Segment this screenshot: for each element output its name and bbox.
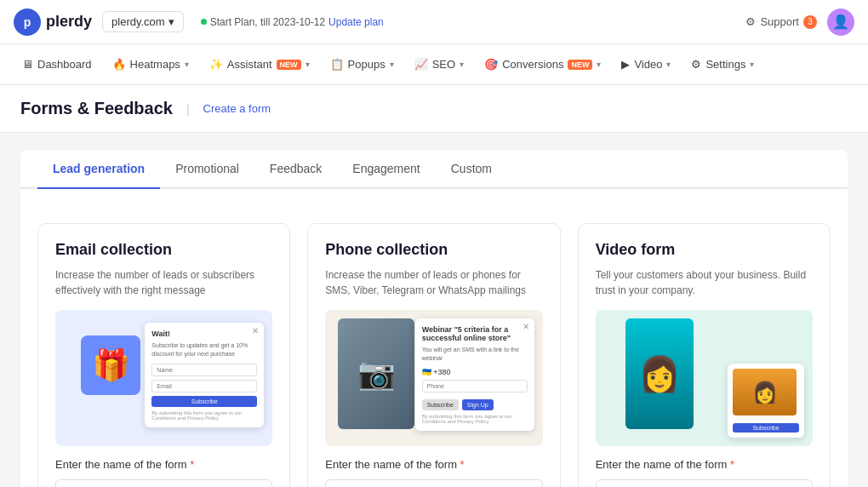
tab-promotional[interactable]: Promotional bbox=[160, 150, 254, 189]
tab-engagement-label: Engagement bbox=[352, 162, 420, 175]
conversions-icon: 🎯 bbox=[484, 58, 498, 71]
heatmaps-icon: 🔥 bbox=[112, 58, 126, 71]
support-count: 3 bbox=[803, 15, 817, 29]
page-header: Forms & Feedback | Create a form bbox=[0, 85, 868, 133]
flag-select: 🇺🇦 +380 bbox=[422, 368, 528, 376]
popup-desc: Subscribe to updates and get a 10% disco… bbox=[151, 341, 257, 358]
card-phone-desc: Increase the number of leads or phones f… bbox=[325, 267, 542, 298]
avatar[interactable]: 👤 bbox=[827, 9, 854, 36]
nav-item-dashboard[interactable]: 🖥 Dashboard bbox=[14, 53, 100, 76]
logo-icon: p bbox=[14, 9, 41, 36]
conversions-new-badge: NEW bbox=[568, 60, 592, 70]
chevron-down-icon: ▾ bbox=[597, 60, 601, 69]
assistant-icon: ✨ bbox=[209, 58, 223, 71]
popup-name-input[interactable] bbox=[151, 364, 257, 376]
logo[interactable]: p plerdy bbox=[14, 9, 92, 36]
video-form-input[interactable] bbox=[596, 479, 813, 487]
tab-feedback[interactable]: Feedback bbox=[254, 150, 337, 189]
plan-badge: Start Plan, till 2023-10-12 Update plan bbox=[201, 16, 384, 28]
phone-preview-inner: 📷 ✕ Webinar "5 criteria for a successful… bbox=[325, 310, 542, 446]
video-icon: ▶ bbox=[621, 58, 630, 71]
card-video: Video form Tell your customers about you… bbox=[578, 223, 831, 487]
required-marker: * bbox=[460, 458, 465, 471]
phone-popup-desc: You will get an SMS with a link to the w… bbox=[422, 346, 528, 363]
tab-lead-label: Lead generation bbox=[53, 162, 145, 175]
card-email: Email collection Increase the number of … bbox=[37, 223, 290, 487]
domain-selector[interactable]: plerdy.com ▾ bbox=[102, 11, 184, 32]
card-email-preview: 🎁 ✕ Wait! Subscribe to updates and get a… bbox=[55, 310, 272, 446]
card-phone-title: Phone collection bbox=[325, 241, 542, 259]
navbar: 🖥 Dashboard 🔥 Heatmaps ▾ ✨ Assistant NEW… bbox=[0, 44, 868, 85]
email-form-input[interactable] bbox=[55, 479, 272, 487]
nav-item-video[interactable]: ▶ Video ▾ bbox=[613, 53, 679, 76]
nav-item-heatmaps[interactable]: 🔥 Heatmaps ▾ bbox=[104, 53, 197, 76]
nav-item-assistant[interactable]: ✨ Assistant NEW ▾ bbox=[201, 53, 318, 76]
nav-label-dashboard: Dashboard bbox=[37, 58, 92, 71]
card-phone-preview: 📷 ✕ Webinar "5 criteria for a successful… bbox=[325, 310, 542, 446]
chevron-down-icon: ▾ bbox=[390, 60, 394, 69]
phone-popup-fine: By submitting this form you agree to our… bbox=[422, 414, 528, 424]
mini-person-image: 👩 bbox=[733, 369, 797, 415]
separator: | bbox=[186, 102, 190, 116]
support-button[interactable]: ⚙ Support 3 bbox=[745, 15, 817, 29]
support-icon: ⚙ bbox=[745, 15, 756, 28]
phone-popup-input[interactable] bbox=[422, 380, 528, 392]
tab-engagement[interactable]: Engagement bbox=[337, 150, 435, 189]
required-marker: * bbox=[190, 458, 194, 471]
card-video-title: Video form bbox=[596, 241, 813, 259]
nav-item-seo[interactable]: 📈 SEO ▾ bbox=[406, 53, 472, 76]
popup-email-input[interactable] bbox=[151, 380, 257, 392]
assistant-new-badge: NEW bbox=[277, 60, 301, 70]
logo-text: plerdy bbox=[46, 13, 92, 31]
chevron-down-icon: ▾ bbox=[460, 60, 464, 69]
nav-item-popups[interactable]: 📋 Popups ▾ bbox=[322, 53, 403, 76]
video-mini-button[interactable]: Subscribe bbox=[733, 423, 799, 433]
nav-label-settings: Settings bbox=[705, 58, 745, 71]
tab-custom-label: Custom bbox=[451, 162, 492, 175]
card-video-preview: 👩 👩 Subscribe bbox=[596, 310, 813, 446]
nav-label-assistant: Assistant bbox=[227, 58, 272, 71]
phone-popup-buttons: Subscribe Sign Up bbox=[422, 399, 528, 410]
tab-lead-generation[interactable]: Lead generation bbox=[37, 150, 160, 189]
phone-popup-title: Webinar "5 criteria for a successful onl… bbox=[422, 325, 528, 342]
main-content: Lead generation Promotional Feedback Eng… bbox=[0, 133, 868, 487]
phone-popup-secondary-button[interactable]: Subscribe bbox=[422, 399, 459, 410]
nav-item-conversions[interactable]: 🎯 Conversions NEW ▾ bbox=[476, 53, 609, 76]
close-icon: ✕ bbox=[252, 326, 259, 335]
popup-subscribe-button[interactable]: Subscribe bbox=[151, 396, 257, 407]
popup-title: Wait! bbox=[151, 329, 257, 338]
plan-status-dot bbox=[201, 19, 207, 25]
card-video-desc: Tell your customers about your business.… bbox=[596, 267, 813, 298]
video-form-label: Enter the name of the form * bbox=[596, 458, 813, 471]
chevron-down-icon: ▾ bbox=[750, 60, 754, 69]
tab-promo-label: Promotional bbox=[175, 162, 239, 175]
tab-custom[interactable]: Custom bbox=[436, 150, 507, 189]
plan-text: Start Plan, till 2023-10-12 bbox=[210, 16, 325, 28]
content-panel: Lead generation Promotional Feedback Eng… bbox=[20, 150, 848, 487]
nav-label-heatmaps: Heatmaps bbox=[130, 58, 180, 71]
phone-form-input[interactable] bbox=[325, 479, 542, 487]
chevron-down-icon: ▾ bbox=[666, 60, 671, 69]
create-form-header-link[interactable]: Create a form bbox=[203, 102, 271, 115]
gift-icon: 🎁 bbox=[81, 335, 140, 395]
nav-label-video: Video bbox=[634, 58, 662, 71]
popup-fine-print: By submitting this form you agree to our… bbox=[151, 410, 257, 421]
nav-item-settings[interactable]: ⚙ Settings ▾ bbox=[682, 53, 762, 76]
topbar: p plerdy plerdy.com ▾ Start Plan, till 2… bbox=[0, 0, 868, 44]
seo-icon: 📈 bbox=[414, 58, 428, 71]
update-plan-link[interactable]: Update plan bbox=[328, 16, 384, 28]
email-popup: ✕ Wait! Subscribe to updates and get a 1… bbox=[145, 323, 264, 427]
phone-popup: ✕ Webinar "5 criteria for a successful o… bbox=[415, 318, 534, 431]
support-label: Support bbox=[760, 15, 799, 28]
nav-label-seo: SEO bbox=[432, 58, 455, 71]
topbar-right: ⚙ Support 3 👤 bbox=[745, 9, 854, 36]
popups-icon: 📋 bbox=[330, 58, 344, 71]
video-preview-inner: 👩 👩 Subscribe bbox=[596, 310, 813, 446]
camera-image: 📷 bbox=[338, 318, 414, 429]
page-title: Forms & Feedback bbox=[20, 99, 173, 118]
avatar-placeholder: 👤 bbox=[832, 14, 849, 30]
chevron-down-icon: ▾ bbox=[185, 60, 189, 69]
settings-icon: ⚙ bbox=[691, 58, 701, 71]
phone-popup-primary-button[interactable]: Sign Up bbox=[462, 399, 494, 410]
video-mini-popup: 👩 Subscribe bbox=[728, 364, 804, 438]
